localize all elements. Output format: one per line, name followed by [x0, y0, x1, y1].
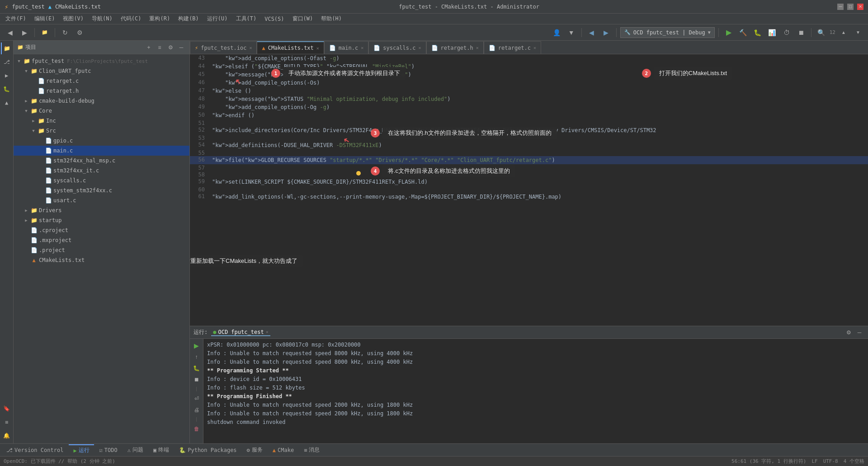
tree-item-retarget-c[interactable]: 📄 retarget.c — [14, 76, 189, 86]
tree-item-cproject[interactable]: 📄 .cproject — [14, 225, 189, 235]
expand-btn[interactable]: ▲ — [837, 26, 850, 39]
run-tab-ocd[interactable]: ● OCD fputc_test ✕ — [211, 329, 270, 336]
tree-item-syscalls[interactable]: 📄 syscalls.c — [14, 176, 189, 185]
tab-retarget-c[interactable]: 📄 retarget.c ✕ — [484, 41, 541, 54]
sidebar-notification-icon[interactable]: 🔔 — [1, 430, 13, 442]
sidebar-structure-icon[interactable]: ≡ — [1, 416, 13, 428]
tab-main-c[interactable]: 📄 main.c ✕ — [324, 41, 368, 54]
menu-navigate[interactable]: 导航(N) — [88, 14, 116, 24]
toolbar-navigate-back[interactable]: ◀ — [585, 26, 598, 39]
tree-item-startup[interactable]: ▶ 📁 startup — [14, 215, 189, 225]
tree-item-project[interactable]: 📄 .project — [14, 245, 189, 255]
menu-refactor[interactable]: 重构(R) — [146, 14, 174, 24]
bottom-tab-services[interactable]: ⚙ 服务 — [242, 444, 267, 456]
run-button[interactable]: ▶ — [722, 26, 735, 39]
tab-close-retarget-h[interactable]: ✕ — [476, 45, 479, 50]
tab-close-syscalls[interactable]: ✕ — [418, 45, 421, 50]
build-button[interactable]: 🔨 — [737, 26, 750, 39]
toolbar-user-btn[interactable]: 👤 — [551, 26, 563, 39]
tree-item-drivers[interactable]: ▶ 📁 Drivers — [14, 205, 189, 215]
tree-item-system[interactable]: 📄 system_stm32f4xx.c — [14, 185, 189, 195]
run-scroll-up-btn[interactable]: ↑ — [192, 352, 202, 362]
tree-item-gpio[interactable]: 📄 gpio.c — [14, 136, 189, 146]
tree-item-main[interactable]: 📄 main.c — [14, 146, 189, 156]
tab-cmakelists[interactable]: ▲ CMakeLists.txt ✕ — [257, 41, 324, 54]
run-tab-close[interactable]: ✕ — [266, 329, 269, 334]
tab-close-cmake[interactable]: ✕ — [316, 46, 319, 51]
bottom-tab-issues[interactable]: ⚠ 问题 — [123, 444, 148, 456]
tree-item-cmake-debug[interactable]: ▶ 📁 cmake-build-debug — [14, 96, 189, 106]
code-view[interactable]: 43 "kw">add_compile_options(-Ofast -g)44… — [190, 54, 868, 326]
menu-tools[interactable]: 工具(T) — [232, 14, 260, 24]
menu-run[interactable]: 运行(U) — [203, 14, 231, 24]
maximize-button[interactable]: □ — [847, 4, 854, 10]
toolbar-project-btn[interactable]: 📁 — [38, 26, 51, 39]
menu-build[interactable]: 构建(B) — [175, 14, 203, 24]
run-wrap-btn[interactable]: ⏎ — [192, 394, 202, 404]
bottom-tab-cmake[interactable]: ▲ CMake — [268, 444, 298, 456]
coverage-button[interactable]: 📊 — [766, 26, 778, 39]
tree-item-usart[interactable]: 📄 usart.c — [14, 195, 189, 205]
toolbar-settings-btn[interactable]: ⚙ — [73, 26, 86, 39]
sidebar-bookmark-icon[interactable]: 🔖 — [1, 403, 13, 414]
tab-close-fputc[interactable]: ✕ — [249, 45, 252, 50]
toolbar-sync-btn[interactable]: ↻ — [59, 26, 71, 39]
tree-item-retarget-h[interactable]: 📄 retarget.h — [14, 86, 189, 96]
run-panel-settings-btn[interactable]: ⚙ — [844, 328, 854, 338]
sidebar-project-icon[interactable]: 📁 — [1, 43, 13, 54]
run-stop-btn[interactable]: ⏹ — [192, 375, 202, 385]
stop-button[interactable]: ⏹ — [795, 26, 807, 39]
bottom-tab-terminal[interactable]: ▣ 终端 — [149, 444, 174, 456]
tab-close-retarget-c[interactable]: ✕ — [533, 45, 536, 50]
menu-vcs[interactable]: VCS(S) — [261, 15, 288, 23]
toolbar-navigate-fwd[interactable]: ▶ — [600, 26, 613, 39]
bottom-tab-python[interactable]: 🐍 Python Packages — [175, 444, 241, 456]
close-button[interactable]: ✕ — [857, 4, 863, 10]
project-collapse-btn[interactable]: ≡ — [155, 43, 164, 52]
tree-item-hal-it[interactable]: 📄 stm32f4xx_it.c — [14, 166, 189, 176]
tree-item-clion-folder[interactable]: ▼ 📁 Clion_UART_fputc — [14, 66, 189, 76]
tab-syscalls-c[interactable]: 📄 syscalls.c ✕ — [368, 41, 426, 54]
tree-item-mxproject[interactable]: 📄 .mxproject — [14, 235, 189, 245]
project-gear-btn[interactable]: ⚙ — [166, 43, 175, 52]
tree-item-hal-msp[interactable]: 📄 stm32f4xx_hal_msp.c — [14, 156, 189, 166]
tree-item-src[interactable]: ▼ 📁 Src — [14, 126, 189, 136]
toolbar-forward-btn[interactable]: ▶ — [18, 26, 31, 39]
menu-edit[interactable]: 编辑(E) — [31, 14, 59, 24]
tree-item-inc[interactable]: ▶ 📁 Inc — [14, 116, 189, 126]
bottom-tab-messages[interactable]: ≡ 消息 — [299, 444, 324, 456]
project-add-btn[interactable]: + — [144, 43, 153, 52]
run-restart-btn[interactable]: ▶ — [192, 341, 202, 351]
run-panel-minimize-btn[interactable]: ─ — [854, 328, 864, 338]
project-minimize-btn[interactable]: ─ — [177, 43, 186, 52]
search-btn[interactable]: 🔍 — [815, 26, 828, 39]
run-debug-mode-btn[interactable]: 🐛 — [192, 363, 202, 373]
debug-button[interactable]: 🐛 — [751, 26, 764, 39]
menu-code[interactable]: 代码(C) — [117, 14, 145, 24]
window-controls[interactable]: ─ □ ✕ — [837, 4, 863, 10]
sidebar-run-icon[interactable]: ▶ — [1, 70, 13, 81]
minimize-button[interactable]: ─ — [837, 4, 844, 10]
tree-item-core[interactable]: ▼ 📁 Core — [14, 106, 189, 116]
sidebar-debug-icon[interactable]: 🐛 — [1, 83, 13, 95]
debug-config-selector[interactable]: 🔧 OCD fputc_test | Debug ▼ — [620, 27, 715, 38]
menu-help[interactable]: 帮助(H) — [317, 14, 345, 24]
sidebar-commit-icon[interactable]: ⎇ — [1, 56, 13, 68]
tab-fputc-ioc[interactable]: ⚡ fputc_test.ioc ✕ — [190, 41, 257, 54]
collapse-btn[interactable]: ▼ — [852, 26, 864, 39]
tree-item-cmakelists[interactable]: ▲ CMakeLists.txt — [14, 255, 189, 265]
run-clear-btn[interactable]: 🗑 — [192, 424, 202, 434]
menu-view[interactable]: 视图(V) — [59, 14, 87, 24]
profile-button[interactable]: ⏱ — [780, 26, 793, 39]
sidebar-cmake-icon[interactable]: ▲ — [1, 97, 13, 109]
menu-window[interactable]: 窗口(W) — [289, 14, 317, 24]
tree-root[interactable]: ▼ 📁 fputc_test F:\ClionProjects\fputc_te… — [14, 56, 189, 66]
toolbar-back-btn[interactable]: ◀ — [4, 26, 16, 39]
run-print-btn[interactable]: 🖨 — [192, 405, 202, 415]
tab-close-main[interactable]: ✕ — [361, 45, 363, 50]
tab-retarget-h[interactable]: 📄 retarget.h ✕ — [426, 41, 484, 54]
menu-file[interactable]: 文件(F) — [2, 14, 30, 24]
bottom-tab-todo[interactable]: ☑ TODO — [95, 444, 122, 456]
bottom-tab-run[interactable]: ▶ 运行 — [69, 444, 94, 456]
bottom-tab-vcs[interactable]: ⎇ Version Control — [2, 444, 68, 456]
